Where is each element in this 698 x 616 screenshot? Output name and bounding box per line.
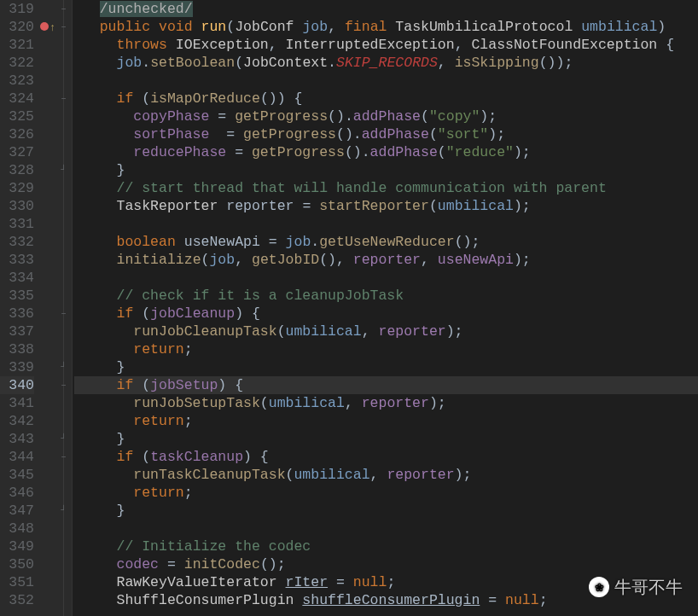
code-line[interactable]: }: [74, 502, 698, 520]
code-line[interactable]: if (jobCleanup) {: [74, 305, 698, 323]
code-line[interactable]: if (taskCleanup) {: [74, 448, 698, 466]
code-area[interactable]: /unchecked/ public void run(JobConf job,…: [72, 0, 698, 616]
code-line[interactable]: if (jobSetup) {: [74, 376, 698, 394]
line-number[interactable]: 346: [0, 484, 34, 502]
line-number[interactable]: 349: [0, 538, 34, 555]
line-number[interactable]: 325: [0, 108, 34, 125]
line-number[interactable]: 319: [0, 0, 34, 18]
code-line[interactable]: throws IOException, InterruptedException…: [74, 36, 698, 54]
fold-minus-icon[interactable]: –: [59, 94, 68, 103]
line-number[interactable]: 344: [0, 448, 34, 466]
code-line[interactable]: sortPhase = getProgress().addPhase("sort…: [74, 125, 698, 143]
line-number[interactable]: 342: [0, 412, 34, 430]
code-line[interactable]: // start thread that will handle communi…: [74, 179, 698, 197]
line-number[interactable]: 345: [0, 466, 34, 484]
code-line[interactable]: TaskReporter reporter = startReporter(um…: [74, 197, 698, 215]
code-line[interactable]: runJobCleanupTask(umbilical, reporter);: [74, 323, 698, 340]
code-line[interactable]: reducePhase = getProgress().addPhase("re…: [74, 143, 698, 161]
code-line[interactable]: return;: [74, 484, 698, 502]
line-number[interactable]: 329: [0, 179, 34, 197]
line-number[interactable]: 343: [0, 430, 34, 448]
line-number[interactable]: 337: [0, 323, 34, 340]
line-number[interactable]: 341: [0, 394, 34, 412]
code-line[interactable]: job.setBoolean(JobContext.SKIP_RECORDS, …: [74, 54, 698, 72]
fold-minus-icon[interactable]: –: [59, 4, 68, 14]
line-number[interactable]: 334: [0, 269, 34, 287]
line-number[interactable]: 350: [0, 555, 34, 573]
fold-end-icon[interactable]: ┘: [59, 166, 68, 175]
line-number-gutter[interactable]: 3193203213223233243253263273283293303313…: [0, 0, 38, 616]
line-number[interactable]: 326: [0, 125, 34, 143]
code-line[interactable]: runJobSetupTask(umbilical, reporter);: [74, 394, 698, 412]
code-line[interactable]: [74, 520, 698, 538]
fold-minus-icon[interactable]: –: [59, 381, 68, 390]
line-number[interactable]: 323: [0, 72, 34, 90]
code-line[interactable]: return;: [74, 412, 698, 430]
code-line[interactable]: return;: [74, 340, 698, 358]
code-line[interactable]: // Initialize the codec: [74, 538, 698, 555]
fold-minus-icon[interactable]: –: [59, 309, 68, 318]
code-line[interactable]: codec = initCodec();: [74, 555, 698, 573]
code-line[interactable]: copyPhase = getProgress().addPhase("copy…: [74, 108, 698, 125]
code-line[interactable]: }: [74, 161, 698, 179]
code-line[interactable]: public void run(JobConf job, final TaskU…: [74, 18, 698, 36]
code-line[interactable]: [74, 72, 698, 90]
arrow-up-icon: ↑: [49, 20, 55, 38]
line-number[interactable]: 322: [0, 54, 34, 72]
code-line[interactable]: if (isMapOrReduce()) {: [74, 90, 698, 108]
line-number[interactable]: 332: [0, 233, 34, 251]
line-number[interactable]: 339: [0, 358, 34, 376]
code-line[interactable]: /unchecked/: [74, 0, 698, 18]
code-line[interactable]: }: [74, 430, 698, 448]
line-number[interactable]: 321: [0, 36, 34, 54]
line-number[interactable]: 335: [0, 287, 34, 305]
line-number[interactable]: 328: [0, 161, 34, 179]
code-line[interactable]: }: [74, 358, 698, 376]
fold-end-icon[interactable]: ┘: [59, 506, 68, 515]
watermark: ❀ 牛哥不牛: [589, 577, 683, 597]
fold-minus-icon[interactable]: –: [59, 22, 68, 32]
line-number[interactable]: 330: [0, 197, 34, 215]
code-line[interactable]: [74, 269, 698, 287]
line-number[interactable]: 336: [0, 305, 34, 323]
code-line[interactable]: initialize(job, getJobID(), reporter, us…: [74, 251, 698, 269]
code-line[interactable]: boolean useNewApi = job.getUseNewReducer…: [74, 233, 698, 251]
wechat-icon: ❀: [589, 577, 609, 597]
line-number[interactable]: 324: [0, 90, 34, 108]
code-line[interactable]: [74, 215, 698, 233]
code-editor[interactable]: 3193203213223233243253263273283293303313…: [0, 0, 698, 616]
line-number[interactable]: 347: [0, 502, 34, 520]
fold-end-icon[interactable]: ┘: [59, 434, 68, 444]
line-number[interactable]: 338: [0, 340, 34, 358]
code-line[interactable]: // check if it is a cleanupJobTask: [74, 287, 698, 305]
line-number[interactable]: 331: [0, 215, 34, 233]
line-number[interactable]: 352: [0, 591, 34, 609]
fold-end-icon[interactable]: ┘: [59, 363, 68, 372]
line-number[interactable]: 348: [0, 520, 34, 538]
line-number[interactable]: 340: [0, 376, 34, 394]
annotation-unchecked: /unchecked/: [100, 1, 193, 17]
fold-column[interactable]: – – – ┘ – ┘ – ┘ – ┘: [56, 0, 72, 616]
line-number[interactable]: 327: [0, 143, 34, 161]
line-number[interactable]: 320: [0, 18, 34, 36]
watermark-text: 牛哥不牛: [614, 578, 683, 596]
marker-column[interactable]: ↑: [38, 0, 56, 616]
line-number[interactable]: 333: [0, 251, 34, 269]
code-line[interactable]: runTaskCleanupTask(umbilical, reporter);: [74, 466, 698, 484]
line-number[interactable]: 351: [0, 573, 34, 591]
fold-minus-icon[interactable]: –: [59, 452, 68, 462]
breakpoint-icon[interactable]: [40, 22, 49, 31]
